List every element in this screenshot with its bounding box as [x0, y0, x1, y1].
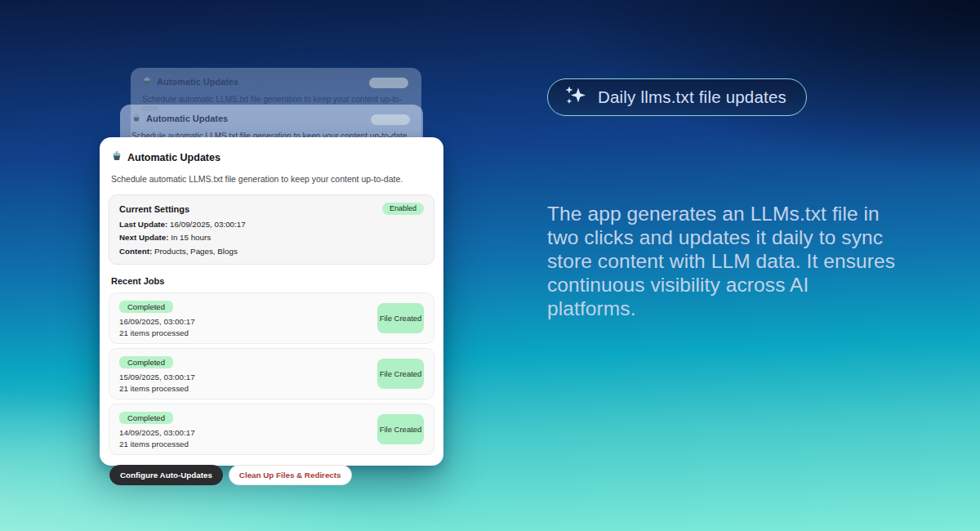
current-settings-heading: Current Settings: [119, 204, 189, 214]
job-items-count: 21 items processed: [119, 384, 195, 393]
content-label: Content:: [119, 247, 152, 256]
card-header: Automatic Updates: [111, 150, 434, 165]
job-date: 14/09/2025, 03:00:17: [119, 428, 195, 437]
file-created-chip[interactable]: File Created: [377, 414, 424, 444]
job-date: 15/09/2025, 03:00:17: [119, 373, 195, 382]
job-status-badge: Completed: [119, 301, 173, 314]
configure-auto-updates-button[interactable]: Configure Auto-Updates: [109, 465, 223, 486]
sparkles-icon: [563, 83, 587, 111]
page-background: Automatic Updates Schedule automatic LLM…: [0, 0, 980, 531]
current-settings-panel: Current Settings Enabled Last Update: 16…: [109, 194, 434, 265]
file-created-chip[interactable]: File Created: [377, 303, 424, 333]
job-status-badge: Completed: [119, 412, 173, 425]
next-update-row: Next Update: In 15 hours: [119, 233, 424, 242]
next-update-value: In 15 hours: [168, 233, 211, 242]
enabled-status-badge: Enabled: [382, 203, 424, 215]
stacked-status-badge: [369, 78, 408, 88]
automatic-updates-card: Automatic Updates Schedule automatic LLM…: [100, 137, 443, 466]
last-update-row: Last Update: 16/09/2025, 03:00:17: [119, 220, 424, 229]
job-row-1: Completed 16/09/2025, 03:00:17 21 items …: [109, 292, 434, 344]
stacked-card-title: Automatic Updates: [146, 114, 228, 123]
feature-description: The app generates an LLMs.txt file in tw…: [547, 202, 897, 320]
card-subtitle: Schedule automatic LLMS.txt file generat…: [111, 174, 434, 184]
feature-badge: Daily llms.txt file updates: [547, 78, 807, 116]
content-row: Content: Products, Pages, Blogs: [119, 247, 424, 256]
job-items-count: 21 items processed: [119, 328, 195, 337]
recent-jobs-heading: Recent Jobs: [111, 276, 434, 286]
last-update-label: Last Update:: [119, 220, 167, 229]
job-date: 16/09/2025, 03:00:17: [119, 317, 195, 326]
cupcake-icon: [142, 76, 152, 87]
job-row-2: Completed 15/09/2025, 03:00:17 21 items …: [109, 348, 434, 399]
job-items-count: 21 items processed: [119, 440, 195, 448]
job-status-badge: Completed: [119, 356, 173, 369]
file-created-chip[interactable]: File Created: [377, 359, 424, 389]
cupcake-icon: [131, 113, 141, 124]
content-value: Products, Pages, Blogs: [152, 247, 238, 256]
cupcake-icon: [111, 150, 122, 165]
last-update-value: 16/09/2025, 03:00:17: [167, 220, 245, 229]
feature-badge-label: Daily llms.txt file updates: [598, 87, 786, 107]
next-update-label: Next Update:: [119, 233, 168, 242]
stacked-card-title: Automatic Updates: [157, 77, 238, 87]
stacked-status-badge: [371, 114, 410, 125]
job-row-3: Completed 14/09/2025, 03:00:17 21 items …: [109, 404, 434, 455]
card-title: Automatic Updates: [127, 152, 220, 163]
clean-up-files-button[interactable]: Clean Up Files & Redirects: [229, 465, 352, 486]
